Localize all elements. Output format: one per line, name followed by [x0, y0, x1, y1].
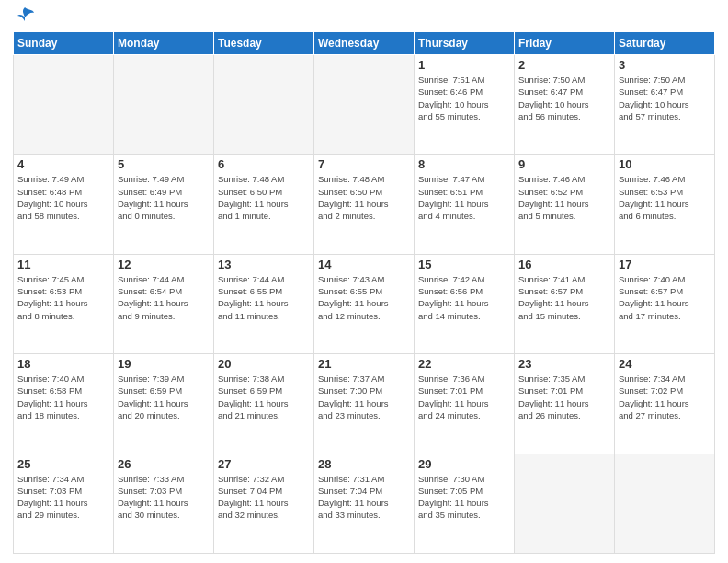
page: SundayMondayTuesdayWednesdayThursdayFrid…: [0, 0, 728, 563]
calendar-cell: 26Sunrise: 7:33 AM Sunset: 7:03 PM Dayli…: [114, 454, 214, 553]
calendar-week-5: 25Sunrise: 7:34 AM Sunset: 7:03 PM Dayli…: [14, 454, 715, 553]
calendar-cell: 29Sunrise: 7:30 AM Sunset: 7:05 PM Dayli…: [415, 454, 515, 553]
calendar-cell: 16Sunrise: 7:41 AM Sunset: 6:57 PM Dayli…: [515, 254, 615, 353]
calendar-cell: 23Sunrise: 7:35 AM Sunset: 7:01 PM Dayli…: [515, 354, 615, 454]
day-info: Sunrise: 7:50 AM Sunset: 6:47 PM Dayligh…: [518, 74, 610, 122]
calendar-cell: 9Sunrise: 7:46 AM Sunset: 6:52 PM Daylig…: [515, 155, 615, 254]
calendar-cell: 10Sunrise: 7:46 AM Sunset: 6:53 PM Dayli…: [615, 155, 715, 254]
calendar-cell: 18Sunrise: 7:40 AM Sunset: 6:58 PM Dayli…: [14, 354, 114, 454]
calendar-week-2: 4Sunrise: 7:49 AM Sunset: 6:48 PM Daylig…: [14, 155, 715, 254]
day-number: 27: [218, 457, 310, 471]
calendar-cell: 1Sunrise: 7:51 AM Sunset: 6:46 PM Daylig…: [415, 55, 515, 155]
calendar-cell: 5Sunrise: 7:49 AM Sunset: 6:49 PM Daylig…: [114, 155, 214, 254]
weekday-header-thursday: Thursday: [415, 32, 515, 55]
weekday-header-friday: Friday: [515, 32, 615, 55]
calendar-cell: [615, 454, 715, 553]
day-info: Sunrise: 7:44 AM Sunset: 6:55 PM Dayligh…: [218, 273, 310, 322]
day-number: 2: [518, 58, 610, 72]
day-number: 22: [418, 357, 510, 371]
calendar-cell: [214, 55, 314, 155]
day-number: 24: [619, 357, 711, 371]
calendar-cell: 11Sunrise: 7:45 AM Sunset: 6:53 PM Dayli…: [14, 254, 114, 353]
calendar-table: SundayMondayTuesdayWednesdayThursdayFrid…: [13, 31, 715, 554]
day-info: Sunrise: 7:48 AM Sunset: 6:50 PM Dayligh…: [218, 173, 310, 222]
day-number: 3: [619, 58, 711, 72]
calendar-cell: 27Sunrise: 7:32 AM Sunset: 7:04 PM Dayli…: [214, 454, 314, 553]
calendar-cell: [515, 454, 615, 553]
day-number: 5: [118, 157, 210, 171]
day-info: Sunrise: 7:38 AM Sunset: 6:59 PM Dayligh…: [218, 373, 310, 421]
weekday-header-monday: Monday: [114, 32, 214, 55]
day-number: 15: [418, 258, 510, 271]
calendar-cell: [314, 55, 415, 155]
weekday-header-sunday: Sunday: [14, 32, 114, 55]
calendar-week-1: 1Sunrise: 7:51 AM Sunset: 6:46 PM Daylig…: [14, 55, 715, 155]
day-info: Sunrise: 7:40 AM Sunset: 6:57 PM Dayligh…: [619, 273, 711, 322]
day-number: 7: [318, 157, 410, 171]
day-info: Sunrise: 7:42 AM Sunset: 6:56 PM Dayligh…: [418, 273, 510, 322]
day-info: Sunrise: 7:46 AM Sunset: 6:53 PM Dayligh…: [619, 173, 711, 222]
day-info: Sunrise: 7:49 AM Sunset: 6:48 PM Dayligh…: [17, 173, 109, 222]
day-info: Sunrise: 7:46 AM Sunset: 6:52 PM Dayligh…: [518, 173, 610, 222]
day-info: Sunrise: 7:47 AM Sunset: 6:51 PM Dayligh…: [418, 173, 510, 222]
day-number: 9: [518, 157, 610, 171]
weekday-header-wednesday: Wednesday: [314, 32, 415, 55]
calendar-cell: 20Sunrise: 7:38 AM Sunset: 6:59 PM Dayli…: [214, 354, 314, 454]
calendar-cell: 2Sunrise: 7:50 AM Sunset: 6:47 PM Daylig…: [515, 55, 615, 155]
day-info: Sunrise: 7:50 AM Sunset: 6:47 PM Dayligh…: [619, 74, 711, 122]
day-info: Sunrise: 7:31 AM Sunset: 7:04 PM Dayligh…: [318, 473, 410, 522]
day-info: Sunrise: 7:33 AM Sunset: 7:03 PM Dayligh…: [118, 473, 210, 522]
day-number: 26: [118, 457, 210, 471]
day-number: 4: [17, 157, 109, 171]
day-number: 19: [118, 357, 210, 371]
day-info: Sunrise: 7:32 AM Sunset: 7:04 PM Dayligh…: [218, 473, 310, 522]
day-info: Sunrise: 7:34 AM Sunset: 7:02 PM Dayligh…: [619, 373, 711, 421]
calendar-cell: 24Sunrise: 7:34 AM Sunset: 7:02 PM Dayli…: [615, 354, 715, 454]
calendar-cell: [114, 55, 214, 155]
calendar-cell: 12Sunrise: 7:44 AM Sunset: 6:54 PM Dayli…: [114, 254, 214, 353]
calendar-cell: 13Sunrise: 7:44 AM Sunset: 6:55 PM Dayli…: [214, 254, 314, 353]
calendar-cell: 28Sunrise: 7:31 AM Sunset: 7:04 PM Dayli…: [314, 454, 415, 553]
calendar-cell: 22Sunrise: 7:36 AM Sunset: 7:01 PM Dayli…: [415, 354, 515, 454]
day-info: Sunrise: 7:35 AM Sunset: 7:01 PM Dayligh…: [518, 373, 610, 421]
calendar-cell: 4Sunrise: 7:49 AM Sunset: 6:48 PM Daylig…: [14, 155, 114, 254]
day-number: 16: [518, 258, 610, 271]
day-number: 20: [218, 357, 310, 371]
day-info: Sunrise: 7:36 AM Sunset: 7:01 PM Dayligh…: [418, 373, 510, 421]
calendar-cell: 17Sunrise: 7:40 AM Sunset: 6:57 PM Dayli…: [615, 254, 715, 353]
day-number: 11: [17, 258, 109, 271]
weekday-header-saturday: Saturday: [615, 32, 715, 55]
day-number: 23: [518, 357, 610, 371]
day-info: Sunrise: 7:48 AM Sunset: 6:50 PM Dayligh…: [318, 173, 410, 222]
day-number: 12: [118, 258, 210, 271]
day-number: 6: [218, 157, 310, 171]
day-number: 13: [218, 258, 310, 271]
logo: [13, 9, 35, 26]
day-info: Sunrise: 7:44 AM Sunset: 6:54 PM Dayligh…: [118, 273, 210, 322]
day-info: Sunrise: 7:39 AM Sunset: 6:59 PM Dayligh…: [118, 373, 210, 421]
day-number: 14: [318, 258, 410, 271]
calendar-cell: 19Sunrise: 7:39 AM Sunset: 6:59 PM Dayli…: [114, 354, 214, 454]
calendar-cell: 21Sunrise: 7:37 AM Sunset: 7:00 PM Dayli…: [314, 354, 415, 454]
day-number: 25: [17, 457, 109, 471]
day-number: 29: [418, 457, 510, 471]
day-info: Sunrise: 7:30 AM Sunset: 7:05 PM Dayligh…: [418, 473, 510, 522]
calendar-cell: 25Sunrise: 7:34 AM Sunset: 7:03 PM Dayli…: [14, 454, 114, 553]
day-info: Sunrise: 7:37 AM Sunset: 7:00 PM Dayligh…: [318, 373, 410, 421]
calendar-cell: 15Sunrise: 7:42 AM Sunset: 6:56 PM Dayli…: [415, 254, 515, 353]
day-info: Sunrise: 7:51 AM Sunset: 6:46 PM Dayligh…: [418, 74, 510, 122]
logo-bird-icon: [15, 6, 35, 26]
day-info: Sunrise: 7:40 AM Sunset: 6:58 PM Dayligh…: [17, 373, 109, 421]
calendar-cell: 8Sunrise: 7:47 AM Sunset: 6:51 PM Daylig…: [415, 155, 515, 254]
header: [13, 9, 715, 26]
day-number: 18: [17, 357, 109, 371]
day-info: Sunrise: 7:45 AM Sunset: 6:53 PM Dayligh…: [17, 273, 109, 322]
day-number: 10: [619, 157, 711, 171]
day-number: 1: [418, 58, 510, 72]
day-info: Sunrise: 7:49 AM Sunset: 6:49 PM Dayligh…: [118, 173, 210, 222]
calendar-week-3: 11Sunrise: 7:45 AM Sunset: 6:53 PM Dayli…: [14, 254, 715, 353]
day-info: Sunrise: 7:41 AM Sunset: 6:57 PM Dayligh…: [518, 273, 610, 322]
day-number: 8: [418, 157, 510, 171]
weekday-header-row: SundayMondayTuesdayWednesdayThursdayFrid…: [14, 32, 715, 55]
weekday-header-tuesday: Tuesday: [214, 32, 314, 55]
